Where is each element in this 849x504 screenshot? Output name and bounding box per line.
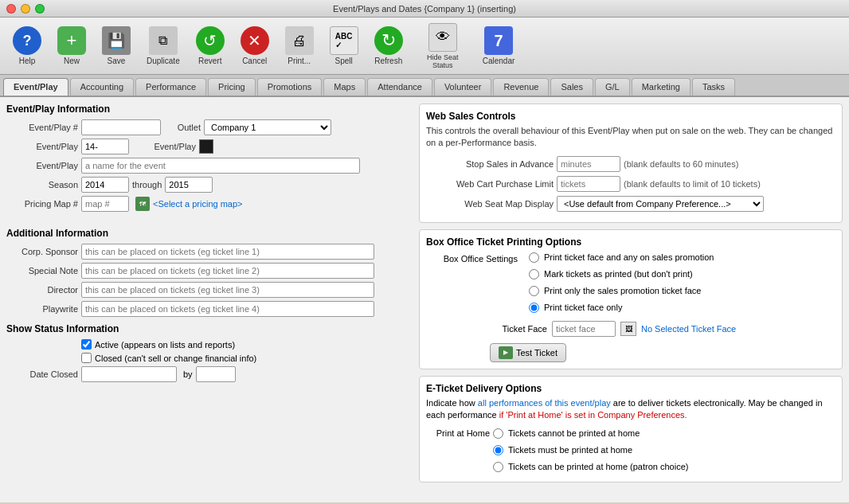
radio-print-sales[interactable] xyxy=(529,286,539,296)
test-ticket-label: Test Ticket xyxy=(516,348,558,357)
window-title: Event/Plays and Dates {Company 1} (inser… xyxy=(333,4,516,14)
playwrite-row: Playwrite xyxy=(6,301,413,317)
radio-must-print-row: Tickets must be printed at home xyxy=(493,445,688,455)
season-to-input[interactable] xyxy=(165,177,213,193)
active-checkbox[interactable] xyxy=(81,339,92,350)
spell-button[interactable]: ABC✓ Spell xyxy=(323,23,365,68)
corp-sponsor-input[interactable] xyxy=(81,244,374,260)
season-from-input[interactable] xyxy=(81,177,129,193)
tab-volunteer[interactable]: Volunteer xyxy=(434,78,491,96)
tab-revenue[interactable]: Revenue xyxy=(493,78,549,96)
special-note-label: Special Note xyxy=(6,266,78,275)
tab-marketing[interactable]: Marketing xyxy=(632,78,691,96)
cancel-icon: ✕ xyxy=(241,26,269,55)
revert-icon: ↺ xyxy=(196,26,225,55)
radio-can-print[interactable] xyxy=(493,462,503,472)
tab-event-play[interactable]: Event/Play xyxy=(3,78,68,96)
radio-print-only-label: Print ticket face only xyxy=(544,303,622,312)
tab-attendance[interactable]: Attendance xyxy=(367,78,432,96)
event-play-num-input[interactable] xyxy=(81,119,161,135)
help-button[interactable]: ? Help xyxy=(6,23,48,68)
window-controls[interactable] xyxy=(6,4,45,14)
web-cart-input[interactable] xyxy=(557,176,620,192)
radio-must-print-label: Tickets must be printed at home xyxy=(508,445,632,455)
outlet-select[interactable]: Company 1 xyxy=(204,119,331,135)
select-pricing-link[interactable]: <Select a pricing map> xyxy=(153,199,243,209)
box-office-header: Box Office Ticket Printing Options xyxy=(426,236,835,248)
event-play-num-label: Event/Play # xyxy=(6,123,78,132)
by-label: by xyxy=(183,369,193,379)
stop-sales-hint: (blank defaults to 60 minutes) xyxy=(624,159,738,169)
tab-accounting[interactable]: Accounting xyxy=(70,78,134,96)
web-cart-hint: (blank defaults to limit of 10 tickets) xyxy=(624,179,761,189)
radio-mark-printed[interactable] xyxy=(529,269,539,279)
tab-maps[interactable]: Maps xyxy=(323,78,366,96)
radio-print-only[interactable] xyxy=(529,303,539,313)
eticket-desc-1: Indicate how xyxy=(426,398,478,408)
ticket-face-icon[interactable]: 🖼 xyxy=(620,322,636,336)
by-input[interactable] xyxy=(196,366,236,382)
stop-sales-input[interactable] xyxy=(557,156,620,172)
stop-sales-row: Stop Sales in Advance (blank defaults to… xyxy=(426,156,835,172)
corp-sponsor-label: Corp. Sponsor xyxy=(6,247,78,256)
pricing-map-icon[interactable]: 🗺 xyxy=(135,197,150,211)
save-icon: 💾 xyxy=(102,26,131,55)
active-checkbox-row: Active (appears on lists and reports) xyxy=(81,339,413,350)
calendar-icon: 7 xyxy=(484,26,513,55)
web-seat-map-row: Web Seat Map Display <Use default from C… xyxy=(426,196,835,212)
calendar-label: Calendar xyxy=(483,57,515,65)
tab-performance[interactable]: Performance xyxy=(135,78,206,96)
duplicate-button[interactable]: ⧉ Duplicate xyxy=(140,23,186,68)
box-office-settings-label: Box Office Settings xyxy=(426,252,518,264)
no-selected-ticket-label[interactable]: No Selected Ticket Face xyxy=(641,324,736,334)
new-button[interactable]: + New xyxy=(51,23,92,68)
duplicate-icon: ⧉ xyxy=(149,26,178,55)
tab-pricing[interactable]: Pricing xyxy=(208,78,256,96)
event-name-input[interactable] xyxy=(81,158,360,174)
event-play-id-input[interactable] xyxy=(81,139,129,154)
save-button[interactable]: 💾 Save xyxy=(96,23,137,68)
web-seat-map-select[interactable]: <Use default from Company Preference...> xyxy=(557,196,764,212)
radio-cannot-print-label: Tickets cannot be printed at home xyxy=(508,428,640,438)
playwrite-input[interactable] xyxy=(81,301,374,317)
date-closed-input[interactable] xyxy=(81,366,177,382)
tab-sales[interactable]: Sales xyxy=(550,78,593,96)
season-row: Season through xyxy=(6,177,413,193)
hide-seat-status-button[interactable]: 👁 Hide Seat Status xyxy=(413,20,473,72)
revert-button[interactable]: ↺ Revert xyxy=(190,23,231,68)
radio-must-print[interactable] xyxy=(493,445,503,455)
closed-checkbox[interactable] xyxy=(81,353,92,363)
tab-gl[interactable]: G/L xyxy=(595,78,630,96)
ticket-face-input[interactable] xyxy=(552,321,616,337)
revert-label: Revert xyxy=(198,57,221,65)
pricing-map-input[interactable] xyxy=(81,196,129,212)
print-button[interactable]: 🖨 Print... xyxy=(279,23,320,68)
cancel-button[interactable]: ✕ Cancel xyxy=(234,23,276,68)
tab-promotions[interactable]: Promotions xyxy=(257,78,323,96)
radio-print-promo[interactable] xyxy=(529,252,539,263)
director-input[interactable] xyxy=(81,282,374,298)
refresh-button[interactable]: ↻ Refresh xyxy=(368,23,409,68)
eticket-section: E-Ticket Delivery Options Indicate how a… xyxy=(419,376,843,483)
calendar-button[interactable]: 7 Calendar xyxy=(476,23,522,68)
web-seat-map-label: Web Seat Map Display xyxy=(426,199,554,209)
event-play-color-row: Event/Play Event/Play xyxy=(6,139,413,154)
close-button[interactable] xyxy=(6,4,16,14)
radio-mark-printed-row: Mark tickets as printed (but don't print… xyxy=(529,269,714,279)
eticket-desc-red: if 'Print at Home' is set in Company Pre… xyxy=(499,410,687,420)
tab-tasks[interactable]: Tasks xyxy=(692,78,735,96)
print-icon: 🖨 xyxy=(285,26,314,55)
print-label: Print... xyxy=(288,57,311,65)
special-note-input[interactable] xyxy=(81,263,374,279)
minimize-button[interactable] xyxy=(21,4,30,14)
web-cart-label: Web Cart Purchase Limit xyxy=(426,179,554,189)
cancel-label: Cancel xyxy=(242,57,267,65)
help-label: Help xyxy=(19,57,36,65)
help-icon: ? xyxy=(13,26,41,55)
refresh-label: Refresh xyxy=(374,57,402,65)
radio-cannot-print[interactable] xyxy=(493,428,503,439)
test-ticket-button[interactable]: ▶ Test Ticket xyxy=(490,343,566,362)
director-label: Director xyxy=(6,285,78,295)
maximize-button[interactable] xyxy=(35,4,45,14)
event-color-box[interactable] xyxy=(199,139,213,154)
